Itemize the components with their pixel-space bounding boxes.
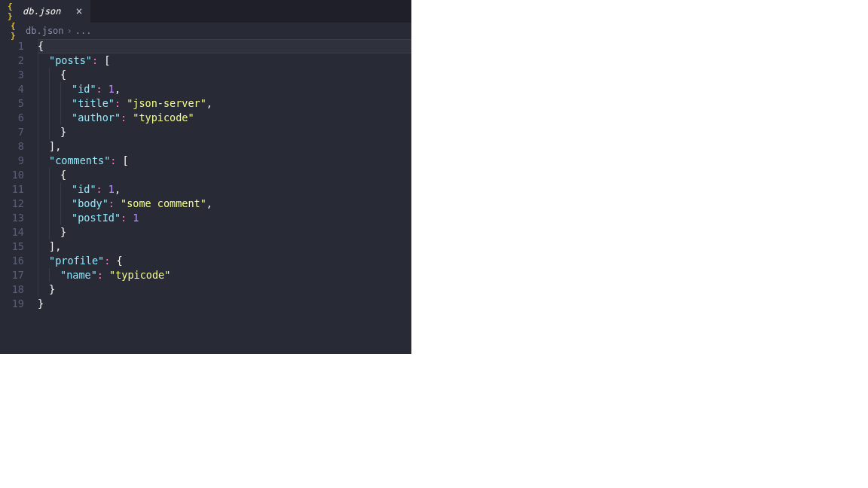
- tab-db-json[interactable]: { } db.json ×: [0, 0, 90, 23]
- code-line: {: [38, 39, 411, 53]
- tab-bar: { } db.json ×: [0, 0, 411, 23]
- code-content[interactable]: { "posts": [ { "id": 1, "title": "json-s…: [38, 39, 411, 354]
- breadcrumb-filename: db.json: [26, 26, 64, 36]
- line-number: 12: [0, 197, 24, 211]
- chevron-right-icon: ›: [67, 26, 72, 36]
- line-number: 5: [0, 96, 24, 111]
- line-number: 6: [0, 111, 24, 125]
- code-line: "id": 1,: [38, 82, 411, 96]
- code-line: "title": "json-server",: [38, 96, 411, 111]
- line-number: 11: [0, 182, 24, 197]
- json-file-icon: { }: [11, 26, 21, 36]
- code-line: }: [38, 125, 411, 139]
- code-line: "profile": {: [38, 254, 411, 268]
- code-line: "name": "typicode": [38, 268, 411, 282]
- code-line: {: [38, 68, 411, 82]
- code-line: }: [38, 282, 411, 297]
- editor-pane: { } db.json × { } db.json › ... 1 2 3 4 …: [0, 0, 411, 354]
- line-number: 7: [0, 125, 24, 139]
- json-file-icon: { }: [8, 6, 18, 17]
- tab-filename: db.json: [23, 6, 61, 17]
- code-line: ],: [38, 239, 411, 254]
- line-number: 16: [0, 254, 24, 268]
- line-number: 9: [0, 154, 24, 168]
- code-line: }: [38, 225, 411, 239]
- line-number: 2: [0, 53, 24, 68]
- line-number: 8: [0, 139, 24, 154]
- breadcrumb-trail: ...: [75, 26, 92, 36]
- code-area[interactable]: 1 2 3 4 5 6 7 8 9 10 11 12 13 14 15 16 1…: [0, 39, 411, 354]
- code-line: ],: [38, 139, 411, 154]
- code-line: "comments": [: [38, 154, 411, 168]
- code-line: "postId": 1: [38, 211, 411, 225]
- line-number: 15: [0, 239, 24, 254]
- line-number: 3: [0, 68, 24, 82]
- tab-close-icon[interactable]: ×: [76, 6, 83, 17]
- breadcrumb[interactable]: { } db.json › ...: [0, 23, 411, 39]
- line-number: 4: [0, 82, 24, 96]
- line-number: 17: [0, 268, 24, 282]
- line-number: 19: [0, 297, 24, 311]
- code-line: "author": "typicode": [38, 111, 411, 125]
- line-number: 18: [0, 282, 24, 297]
- code-line: "body": "some comment",: [38, 197, 411, 211]
- line-number-gutter: 1 2 3 4 5 6 7 8 9 10 11 12 13 14 15 16 1…: [0, 39, 38, 354]
- code-line: "id": 1,: [38, 182, 411, 197]
- code-line: }: [38, 297, 411, 311]
- code-line: {: [38, 168, 411, 182]
- line-number: 14: [0, 225, 24, 239]
- line-number: 10: [0, 168, 24, 182]
- line-number: 13: [0, 211, 24, 225]
- line-number: 1: [0, 39, 24, 53]
- code-line: "posts": [: [38, 53, 411, 68]
